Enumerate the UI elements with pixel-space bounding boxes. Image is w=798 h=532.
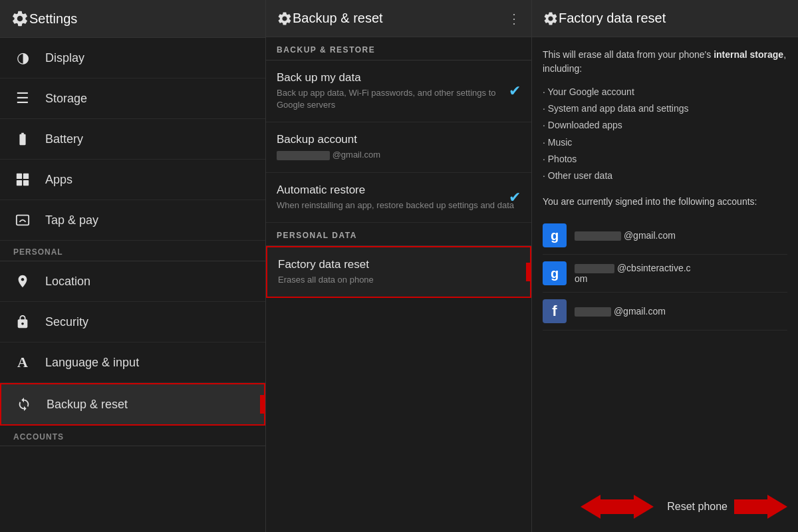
personal-data-section-title: PERSONAL DATA <box>266 223 531 246</box>
desc-part1: This will erase all data from your phone… <box>543 49 714 60</box>
section-accounts-header: ACCOUNTS <box>0 426 265 446</box>
middle-panel-arrow <box>526 257 532 287</box>
storage-icon: ☰ <box>13 89 32 108</box>
left-panel-title: Settings <box>29 11 255 27</box>
sidebar-item-storage[interactable]: ☰ Storage <box>0 78 265 119</box>
account-email-1: @gmail.com <box>575 230 676 241</box>
blurred-account-2 <box>575 264 614 273</box>
bullet-4: · Photos <box>543 151 787 168</box>
right-panel-title: Factory data reset <box>559 11 787 26</box>
apps-label: Apps <box>45 173 72 187</box>
blurred-email <box>277 151 330 160</box>
reset-phone-container: Reset phone <box>581 495 787 519</box>
display-label: Display <box>45 51 84 65</box>
facebook-icon: f <box>543 299 567 323</box>
bullet-0: · Your Google account <box>543 84 787 100</box>
reset-phone-arrow <box>581 495 654 519</box>
account-section: You are currently signed into the follow… <box>543 195 787 331</box>
auto-restore-checkmark: ✔ <box>509 189 521 206</box>
right-panel: Factory data reset This will erase all d… <box>532 0 798 532</box>
right-gear-icon <box>543 11 559 27</box>
blurred-account-3 <box>575 307 611 317</box>
tap-pay-label: Tap & pay <box>45 213 98 227</box>
backup-label: Backup & reset <box>47 398 128 412</box>
google-icon-2: g <box>543 261 567 285</box>
svg-rect-0 <box>17 174 22 179</box>
svg-rect-2 <box>17 180 22 186</box>
email-domain: @gmail.com <box>332 150 380 160</box>
backup-account-title: Backup account <box>277 133 521 146</box>
sidebar-item-tap-pay[interactable]: Tap & pay <box>0 200 265 241</box>
right-panel-content: This will erase all data from your phone… <box>532 37 798 341</box>
left-panel-arrow <box>260 390 266 419</box>
location-icon <box>13 272 32 291</box>
reset-right-arrow <box>734 495 787 519</box>
language-icon: A <box>13 353 32 372</box>
auto-restore-subtitle: When reinstalling an app, restore backed… <box>277 200 521 211</box>
tap-pay-icon <box>13 211 32 229</box>
erase-bullet-list: · Your Google account · System and app d… <box>543 84 787 184</box>
backup-account-subtitle: @gmail.com <box>277 149 521 161</box>
auto-restore-item[interactable]: Automatic restore When reinstalling an a… <box>266 173 531 223</box>
back-up-data-item[interactable]: Back up my data Back up app data, Wi-Fi … <box>266 61 531 122</box>
backup-icon <box>15 395 33 414</box>
more-options-icon[interactable]: ⋮ <box>507 11 521 27</box>
display-icon: ◑ <box>13 49 32 67</box>
back-up-data-title: Back up my data <box>277 71 521 84</box>
sidebar-item-display[interactable]: ◑ Display <box>0 38 265 78</box>
blurred-account-1 <box>575 231 621 241</box>
svg-rect-1 <box>23 174 29 179</box>
reset-phone-label[interactable]: Reset phone <box>667 501 728 513</box>
section-personal-header: PERSONAL <box>0 241 265 261</box>
factory-reset-subtitle: Erases all data on phone <box>278 274 519 286</box>
erase-description: This will erase all data from your phone… <box>543 48 787 76</box>
battery-label: Battery <box>45 132 83 146</box>
email-suffix-2: om <box>575 273 587 284</box>
email-domain-3: @gmail.com <box>614 306 666 317</box>
email-domain-1: @gmail.com <box>624 230 676 241</box>
bullet-1: · System and app data and settings <box>543 100 787 117</box>
google-icon-1: g <box>543 223 567 247</box>
reset-phone-row: Reset phone <box>532 495 798 519</box>
sidebar-item-language[interactable]: A Language & input <box>0 342 265 383</box>
svg-rect-3 <box>23 180 29 186</box>
bullet-3: · Music <box>543 134 787 151</box>
backup-account-item[interactable]: Backup account @gmail.com <box>266 122 531 172</box>
language-label: Language & input <box>45 356 139 370</box>
back-up-data-checkmark: ✔ <box>509 82 521 100</box>
middle-panel-header: Backup & reset ⋮ <box>266 0 531 37</box>
battery-icon <box>13 130 32 148</box>
sidebar-item-security[interactable]: Security <box>0 302 265 342</box>
apps-icon <box>13 170 32 189</box>
sidebar-item-location[interactable]: Location <box>0 261 265 302</box>
left-panel: Settings ◑ Display ☰ Storage Battery App… <box>0 0 266 532</box>
middle-gear-icon <box>277 11 293 27</box>
account-email-2: @cbsinteractive.c om <box>575 263 691 284</box>
account-item-google1: g @gmail.com <box>543 217 787 255</box>
factory-reset-title: Factory data reset <box>278 258 519 271</box>
bullet-5: · Other user data <box>543 168 787 184</box>
sidebar-item-apps[interactable]: Apps <box>0 160 265 200</box>
location-label: Location <box>45 275 90 289</box>
sidebar-item-battery[interactable]: Battery <box>0 119 265 160</box>
middle-panel-title: Backup & reset <box>293 11 507 26</box>
bullet-2: · Downloaded apps <box>543 117 787 134</box>
back-up-data-subtitle: Back up app data, Wi-Fi passwords, and o… <box>277 87 521 111</box>
auto-restore-title: Automatic restore <box>277 184 521 197</box>
security-label: Security <box>45 315 88 329</box>
security-icon <box>13 313 32 331</box>
account-item-fb: f @gmail.com <box>543 293 787 331</box>
factory-reset-item[interactable]: Factory data reset Erases all data on ph… <box>266 246 531 298</box>
right-panel-header: Factory data reset <box>532 0 798 37</box>
account-item-google2: g @cbsinteractive.c om <box>543 255 787 293</box>
signed-in-text: You are currently signed into the follow… <box>543 195 787 209</box>
account-email-3: @gmail.com <box>575 306 666 317</box>
backup-restore-section-title: BACKUP & RESTORE <box>266 37 531 61</box>
settings-gear-icon <box>11 9 29 28</box>
email-domain-2: @cbsinteractive.c <box>617 263 691 273</box>
storage-label: Storage <box>45 92 87 106</box>
left-panel-header: Settings <box>0 0 265 38</box>
desc-bold: internal storage <box>714 49 783 60</box>
divider-accounts <box>0 446 265 446</box>
sidebar-item-backup[interactable]: Backup & reset <box>0 383 265 426</box>
